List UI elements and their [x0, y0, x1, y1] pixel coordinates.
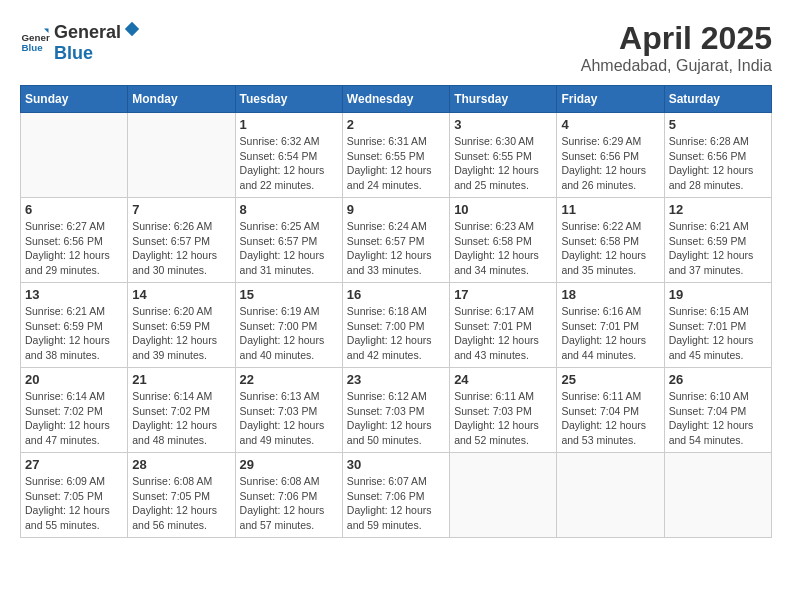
day-cell: 9Sunrise: 6:24 AM Sunset: 6:57 PM Daylig… — [342, 198, 449, 283]
day-number: 4 — [561, 117, 659, 132]
header: General Blue General Blue April 2025 Ahm… — [20, 20, 772, 75]
day-info: Sunrise: 6:11 AM Sunset: 7:03 PM Dayligh… — [454, 389, 552, 448]
day-number: 19 — [669, 287, 767, 302]
day-number: 13 — [25, 287, 123, 302]
weekday-header-monday: Monday — [128, 86, 235, 113]
day-cell: 20Sunrise: 6:14 AM Sunset: 7:02 PM Dayli… — [21, 368, 128, 453]
logo-general: General — [54, 22, 121, 43]
day-info: Sunrise: 6:27 AM Sunset: 6:56 PM Dayligh… — [25, 219, 123, 278]
day-number: 6 — [25, 202, 123, 217]
svg-marker-3 — [125, 22, 139, 36]
day-cell: 22Sunrise: 6:13 AM Sunset: 7:03 PM Dayli… — [235, 368, 342, 453]
weekday-header-thursday: Thursday — [450, 86, 557, 113]
day-cell — [557, 453, 664, 538]
day-number: 23 — [347, 372, 445, 387]
day-info: Sunrise: 6:19 AM Sunset: 7:00 PM Dayligh… — [240, 304, 338, 363]
day-number: 1 — [240, 117, 338, 132]
week-row-5: 27Sunrise: 6:09 AM Sunset: 7:05 PM Dayli… — [21, 453, 772, 538]
day-cell: 25Sunrise: 6:11 AM Sunset: 7:04 PM Dayli… — [557, 368, 664, 453]
day-info: Sunrise: 6:13 AM Sunset: 7:03 PM Dayligh… — [240, 389, 338, 448]
day-cell: 14Sunrise: 6:20 AM Sunset: 6:59 PM Dayli… — [128, 283, 235, 368]
weekday-header-wednesday: Wednesday — [342, 86, 449, 113]
day-number: 14 — [132, 287, 230, 302]
day-cell: 3Sunrise: 6:30 AM Sunset: 6:55 PM Daylig… — [450, 113, 557, 198]
day-info: Sunrise: 6:17 AM Sunset: 7:01 PM Dayligh… — [454, 304, 552, 363]
day-cell: 16Sunrise: 6:18 AM Sunset: 7:00 PM Dayli… — [342, 283, 449, 368]
day-info: Sunrise: 6:31 AM Sunset: 6:55 PM Dayligh… — [347, 134, 445, 193]
day-cell: 19Sunrise: 6:15 AM Sunset: 7:01 PM Dayli… — [664, 283, 771, 368]
day-number: 26 — [669, 372, 767, 387]
day-cell: 10Sunrise: 6:23 AM Sunset: 6:58 PM Dayli… — [450, 198, 557, 283]
week-row-3: 13Sunrise: 6:21 AM Sunset: 6:59 PM Dayli… — [21, 283, 772, 368]
day-cell: 1Sunrise: 6:32 AM Sunset: 6:54 PM Daylig… — [235, 113, 342, 198]
day-info: Sunrise: 6:08 AM Sunset: 7:06 PM Dayligh… — [240, 474, 338, 533]
day-number: 18 — [561, 287, 659, 302]
day-info: Sunrise: 6:09 AM Sunset: 7:05 PM Dayligh… — [25, 474, 123, 533]
svg-text:General: General — [22, 32, 51, 43]
day-cell: 24Sunrise: 6:11 AM Sunset: 7:03 PM Dayli… — [450, 368, 557, 453]
day-info: Sunrise: 6:21 AM Sunset: 6:59 PM Dayligh… — [669, 219, 767, 278]
day-number: 27 — [25, 457, 123, 472]
day-number: 20 — [25, 372, 123, 387]
day-cell: 17Sunrise: 6:17 AM Sunset: 7:01 PM Dayli… — [450, 283, 557, 368]
day-number: 25 — [561, 372, 659, 387]
day-cell — [128, 113, 235, 198]
location-title: Ahmedabad, Gujarat, India — [581, 57, 772, 75]
day-info: Sunrise: 6:14 AM Sunset: 7:02 PM Dayligh… — [25, 389, 123, 448]
day-info: Sunrise: 6:07 AM Sunset: 7:06 PM Dayligh… — [347, 474, 445, 533]
day-number: 8 — [240, 202, 338, 217]
day-number: 15 — [240, 287, 338, 302]
day-info: Sunrise: 6:14 AM Sunset: 7:02 PM Dayligh… — [132, 389, 230, 448]
day-cell — [450, 453, 557, 538]
day-info: Sunrise: 6:15 AM Sunset: 7:01 PM Dayligh… — [669, 304, 767, 363]
day-cell: 4Sunrise: 6:29 AM Sunset: 6:56 PM Daylig… — [557, 113, 664, 198]
day-info: Sunrise: 6:30 AM Sunset: 6:55 PM Dayligh… — [454, 134, 552, 193]
day-info: Sunrise: 6:20 AM Sunset: 6:59 PM Dayligh… — [132, 304, 230, 363]
day-info: Sunrise: 6:18 AM Sunset: 7:00 PM Dayligh… — [347, 304, 445, 363]
day-info: Sunrise: 6:16 AM Sunset: 7:01 PM Dayligh… — [561, 304, 659, 363]
day-info: Sunrise: 6:26 AM Sunset: 6:57 PM Dayligh… — [132, 219, 230, 278]
day-number: 2 — [347, 117, 445, 132]
weekday-header-tuesday: Tuesday — [235, 86, 342, 113]
day-number: 24 — [454, 372, 552, 387]
day-cell: 13Sunrise: 6:21 AM Sunset: 6:59 PM Dayli… — [21, 283, 128, 368]
day-cell: 8Sunrise: 6:25 AM Sunset: 6:57 PM Daylig… — [235, 198, 342, 283]
day-number: 12 — [669, 202, 767, 217]
day-info: Sunrise: 6:21 AM Sunset: 6:59 PM Dayligh… — [25, 304, 123, 363]
day-cell: 15Sunrise: 6:19 AM Sunset: 7:00 PM Dayli… — [235, 283, 342, 368]
weekday-header-friday: Friday — [557, 86, 664, 113]
week-row-2: 6Sunrise: 6:27 AM Sunset: 6:56 PM Daylig… — [21, 198, 772, 283]
day-number: 29 — [240, 457, 338, 472]
day-cell: 12Sunrise: 6:21 AM Sunset: 6:59 PM Dayli… — [664, 198, 771, 283]
day-number: 30 — [347, 457, 445, 472]
day-number: 5 — [669, 117, 767, 132]
day-number: 28 — [132, 457, 230, 472]
day-cell: 7Sunrise: 6:26 AM Sunset: 6:57 PM Daylig… — [128, 198, 235, 283]
calendar-table: SundayMondayTuesdayWednesdayThursdayFrid… — [20, 85, 772, 538]
logo-icon: General Blue — [20, 27, 50, 57]
day-number: 22 — [240, 372, 338, 387]
day-cell: 2Sunrise: 6:31 AM Sunset: 6:55 PM Daylig… — [342, 113, 449, 198]
title-area: April 2025 Ahmedabad, Gujarat, India — [581, 20, 772, 75]
weekday-header-sunday: Sunday — [21, 86, 128, 113]
day-cell: 11Sunrise: 6:22 AM Sunset: 6:58 PM Dayli… — [557, 198, 664, 283]
day-info: Sunrise: 6:12 AM Sunset: 7:03 PM Dayligh… — [347, 389, 445, 448]
day-number: 16 — [347, 287, 445, 302]
day-cell: 18Sunrise: 6:16 AM Sunset: 7:01 PM Dayli… — [557, 283, 664, 368]
day-info: Sunrise: 6:08 AM Sunset: 7:05 PM Dayligh… — [132, 474, 230, 533]
svg-text:Blue: Blue — [22, 42, 44, 53]
logo: General Blue General Blue — [20, 20, 143, 64]
weekday-header-saturday: Saturday — [664, 86, 771, 113]
month-title: April 2025 — [581, 20, 772, 57]
week-row-1: 1Sunrise: 6:32 AM Sunset: 6:54 PM Daylig… — [21, 113, 772, 198]
day-info: Sunrise: 6:10 AM Sunset: 7:04 PM Dayligh… — [669, 389, 767, 448]
day-info: Sunrise: 6:25 AM Sunset: 6:57 PM Dayligh… — [240, 219, 338, 278]
logo-flag-icon — [123, 20, 141, 38]
day-info: Sunrise: 6:11 AM Sunset: 7:04 PM Dayligh… — [561, 389, 659, 448]
day-cell: 28Sunrise: 6:08 AM Sunset: 7:05 PM Dayli… — [128, 453, 235, 538]
day-cell: 27Sunrise: 6:09 AM Sunset: 7:05 PM Dayli… — [21, 453, 128, 538]
day-cell: 6Sunrise: 6:27 AM Sunset: 6:56 PM Daylig… — [21, 198, 128, 283]
day-number: 11 — [561, 202, 659, 217]
day-number: 9 — [347, 202, 445, 217]
day-cell: 26Sunrise: 6:10 AM Sunset: 7:04 PM Dayli… — [664, 368, 771, 453]
